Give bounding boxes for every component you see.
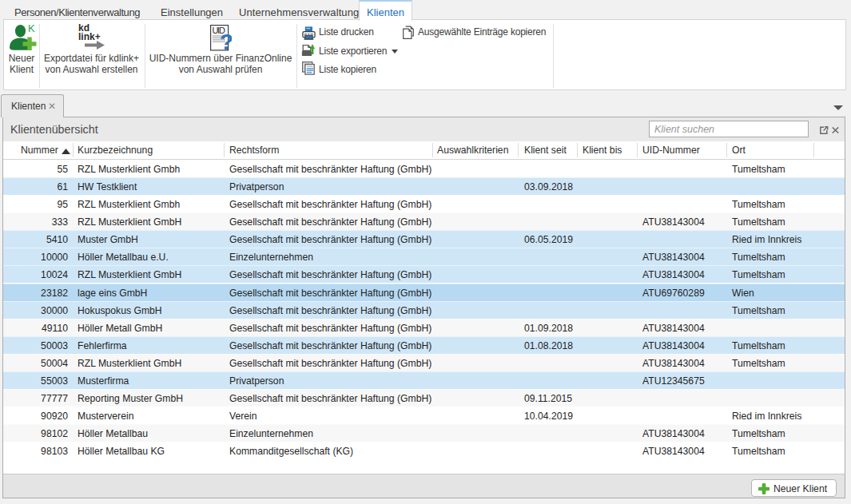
svg-text:K: K (28, 24, 35, 34)
svg-text:?: ? (220, 30, 232, 51)
